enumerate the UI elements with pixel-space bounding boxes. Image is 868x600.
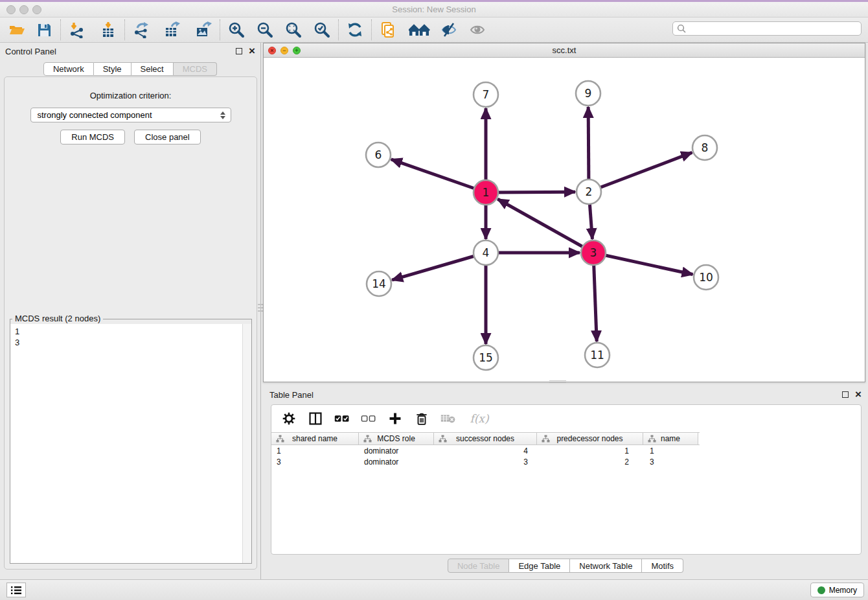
column-header-name[interactable]: name [643, 433, 698, 444]
network-graph[interactable]: 7968124314101511 [264, 58, 865, 382]
close-panel-button[interactable]: Close panel [134, 130, 201, 144]
deselect-all-icon[interactable] [360, 410, 377, 427]
node-label-7: 7 [483, 88, 490, 101]
mcds-result-scrollbar[interactable] [242, 324, 251, 563]
table-cell[interactable]: 4 [434, 445, 537, 456]
export-image-icon[interactable] [192, 19, 215, 40]
zoom-out-icon[interactable] [253, 19, 277, 40]
show-all-icon[interactable] [466, 19, 489, 40]
table-cell[interactable]: 2 [537, 456, 643, 467]
plus-icon [388, 411, 402, 426]
column-header-successor-nodes[interactable]: successor nodes [434, 433, 537, 444]
mcds-result-text[interactable]: 13 [10, 324, 242, 563]
tab-edge-table[interactable]: Edge Table [509, 559, 570, 573]
table-panel-tabs: Node TableEdge TableNetwork TableMotifs [263, 559, 868, 573]
import-network-icon[interactable] [65, 19, 89, 40]
zoom-selected-icon[interactable] [310, 19, 334, 40]
network-canvas[interactable]: 7968124314101511 [264, 58, 865, 384]
clone-network-icon[interactable] [376, 19, 400, 40]
tab-node-table[interactable]: Node Table [448, 559, 510, 573]
column-header-label: shared name [292, 434, 337, 443]
export-network-icon[interactable] [130, 19, 153, 40]
run-mcds-button[interactable]: Run MCDS [60, 130, 125, 144]
float-panel-icon[interactable] [236, 48, 242, 54]
tab-select[interactable]: Select [131, 62, 174, 76]
save-session-icon[interactable] [32, 19, 56, 40]
horizontal-splitter-grip[interactable] [549, 379, 566, 384]
mcds-panel: Optimization criterion: strongly connect… [4, 76, 257, 570]
status-bar: Memory [0, 579, 868, 600]
table-settings-icon[interactable] [280, 410, 297, 427]
search-input[interactable] [689, 24, 857, 33]
network-maximize-icon[interactable]: + [293, 47, 301, 54]
eye-icon [469, 21, 486, 38]
export-table-icon-glyph [164, 21, 181, 38]
houses-icon [409, 21, 431, 38]
checked-boxes-icon [334, 413, 350, 424]
magnifier-plus-icon [228, 21, 245, 38]
node-label-4: 4 [483, 246, 490, 259]
delete-column-icon[interactable] [413, 410, 430, 427]
panel-columns-icon[interactable] [307, 410, 324, 427]
edge-3-to-1[interactable] [497, 199, 593, 253]
table-panel-header: Table Panel × [263, 386, 868, 403]
main-toolbar [0, 17, 868, 43]
tab-motifs[interactable]: Motifs [642, 559, 683, 573]
edge-1-to-2[interactable] [486, 192, 575, 192]
edge-2-to-8[interactable] [589, 152, 692, 192]
tab-style[interactable]: Style [94, 62, 131, 76]
edge-3-to-10[interactable] [593, 253, 692, 275]
node-label-3: 3 [590, 246, 597, 259]
apply-layout-icon[interactable] [343, 19, 367, 40]
column-header-predecessor-nodes[interactable]: predecessor nodes [537, 433, 643, 444]
edge-1-to-6[interactable] [391, 159, 486, 192]
table-cell[interactable]: 1 [643, 445, 698, 456]
table-cell[interactable]: dominator [359, 456, 434, 467]
network-window-titlebar[interactable]: scc.txt × − + [264, 43, 865, 58]
memory-button[interactable]: Memory [810, 583, 864, 597]
clone-network-icon-glyph [380, 21, 396, 38]
edge-4-to-14[interactable] [392, 253, 486, 280]
search-box[interactable] [672, 21, 862, 36]
optimization-criterion-select[interactable]: strongly connected component [30, 108, 231, 122]
function-builder-icon: f(x) [466, 410, 492, 427]
table-cell[interactable]: 1 [537, 445, 643, 456]
zoom-fit-icon[interactable] [282, 19, 305, 40]
mcds-result-title: MCDS result (2 nodes) [12, 314, 103, 323]
first-neighbors-icon[interactable] [406, 19, 433, 40]
tab-mcds[interactable]: MCDS [174, 62, 217, 76]
close-panel-icon[interactable]: × [249, 48, 255, 54]
hide-selected-icon[interactable] [437, 19, 461, 40]
add-column-icon[interactable] [387, 410, 404, 427]
task-history-button[interactable] [6, 583, 26, 597]
column-header-label: successor nodes [456, 434, 514, 443]
unchecked-boxes-icon [361, 413, 376, 424]
table-cell[interactable]: 3 [271, 456, 359, 467]
export-table-icon[interactable] [161, 19, 184, 40]
import-table-icon[interactable] [97, 19, 120, 40]
table-cell[interactable]: 3 [643, 456, 698, 467]
mcds-result-box: MCDS result (2 nodes) 13 [10, 319, 252, 564]
table-row[interactable]: 3dominator323 [271, 456, 700, 467]
table-cell[interactable]: 3 [434, 456, 537, 467]
network-minimize-icon[interactable]: − [280, 47, 288, 54]
edge-3-to-11[interactable] [593, 253, 597, 341]
table-close-icon[interactable]: × [855, 391, 862, 398]
column-header-shared-name[interactable]: shared name [271, 433, 359, 444]
table-cell[interactable]: 1 [271, 445, 359, 456]
tab-network[interactable]: Network [43, 62, 94, 76]
control-panel-header: Control Panel × [0, 43, 260, 60]
gear-icon [282, 411, 296, 426]
table-cell[interactable]: dominator [359, 445, 434, 456]
tab-network-table[interactable]: Network Table [570, 559, 642, 573]
column-header-MCDS-role[interactable]: MCDS role [359, 433, 434, 444]
table-float-icon[interactable] [842, 391, 849, 398]
folder-open-icon [8, 21, 25, 38]
node-label-8: 8 [702, 141, 709, 154]
network-close-icon[interactable]: × [268, 47, 276, 54]
table-row[interactable]: 1dominator411 [271, 445, 700, 456]
node-label-1: 1 [483, 186, 490, 199]
zoom-in-icon[interactable] [225, 19, 248, 40]
open-file-icon[interactable] [5, 19, 29, 40]
select-all-icon[interactable] [334, 410, 350, 427]
